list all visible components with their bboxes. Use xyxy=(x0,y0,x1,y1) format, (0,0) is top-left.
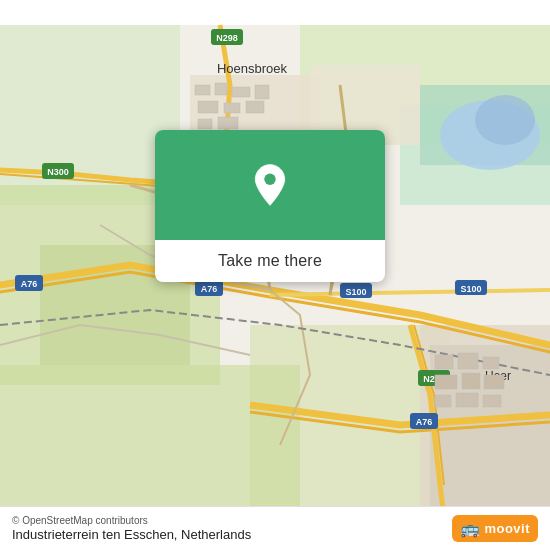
location-pin-icon xyxy=(248,163,292,207)
svg-point-51 xyxy=(264,174,275,185)
svg-rect-44 xyxy=(483,357,499,369)
svg-rect-47 xyxy=(484,375,504,389)
svg-rect-42 xyxy=(435,355,453,369)
map-container: A76 A76 N300 N298 S100 S100 N281 A76 Hoe… xyxy=(0,0,550,550)
svg-rect-46 xyxy=(462,373,480,389)
svg-point-10 xyxy=(475,95,535,145)
svg-rect-48 xyxy=(435,395,451,407)
svg-rect-35 xyxy=(232,87,250,97)
svg-rect-34 xyxy=(215,83,227,95)
svg-rect-50 xyxy=(483,395,501,407)
svg-text:N300: N300 xyxy=(47,167,69,177)
moovit-logo[interactable]: 🚌 moovit xyxy=(452,515,538,542)
popup-header xyxy=(155,130,385,240)
svg-text:A76: A76 xyxy=(21,279,38,289)
svg-text:A76: A76 xyxy=(416,417,433,427)
svg-rect-38 xyxy=(224,103,240,113)
svg-text:N298: N298 xyxy=(216,33,238,43)
popup-button-area[interactable]: Take me there xyxy=(155,240,385,282)
svg-text:Hoensbroek: Hoensbroek xyxy=(217,61,288,76)
svg-rect-39 xyxy=(246,101,264,113)
svg-rect-37 xyxy=(198,101,218,113)
svg-text:S100: S100 xyxy=(460,284,481,294)
svg-rect-40 xyxy=(198,119,212,129)
svg-rect-45 xyxy=(435,375,457,389)
location-name: Industrieterrein ten Esschen, Netherland… xyxy=(12,527,251,542)
svg-rect-36 xyxy=(255,85,269,99)
moovit-brand-name: moovit xyxy=(484,521,530,536)
bottom-bar: © OpenStreetMap contributors Industriete… xyxy=(0,506,550,550)
moovit-bus-icon: 🚌 xyxy=(460,519,480,538)
svg-rect-33 xyxy=(195,85,210,95)
svg-rect-49 xyxy=(456,393,478,407)
osm-attribution: © OpenStreetMap contributors xyxy=(12,515,251,526)
bottom-info: © OpenStreetMap contributors Industriete… xyxy=(12,515,251,542)
svg-rect-43 xyxy=(458,353,478,369)
take-me-there-button[interactable]: Take me there xyxy=(218,252,322,270)
svg-text:A76: A76 xyxy=(201,284,218,294)
popup-card: Take me there xyxy=(155,130,385,282)
svg-rect-41 xyxy=(218,117,238,129)
svg-text:S100: S100 xyxy=(345,287,366,297)
